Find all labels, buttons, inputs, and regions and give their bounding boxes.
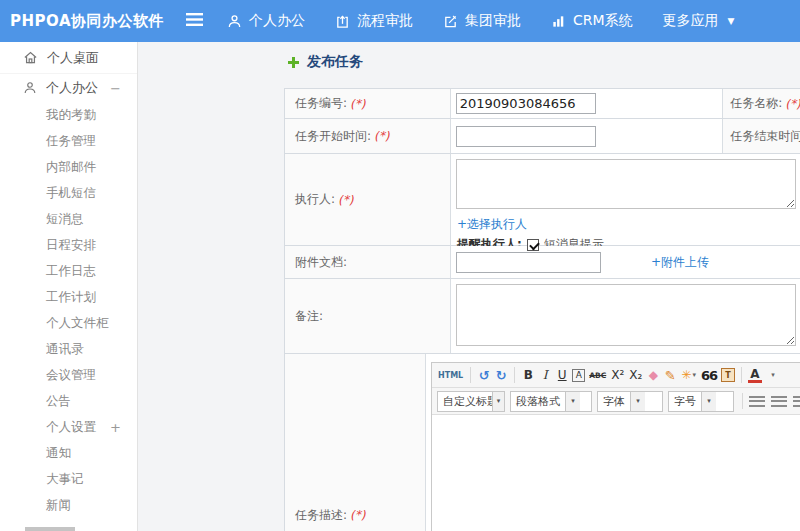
paste-text-icon[interactable]: T bbox=[721, 368, 735, 382]
description-editor-cell: HTML ↺ ↻ B I U A ABC X² X₂ ◆ bbox=[426, 354, 800, 531]
sidebar-item-label: 工作计划 bbox=[46, 289, 96, 306]
sidebar-item-label: 日程安排 bbox=[46, 237, 96, 254]
sidebar-item-news[interactable]: 新闻 bbox=[0, 492, 137, 518]
toolbar-separator bbox=[741, 367, 742, 383]
format-brush-icon[interactable]: ✎ bbox=[663, 366, 677, 384]
sidebar-item-work-log[interactable]: 工作日志 bbox=[0, 258, 137, 284]
executor-textarea[interactable] bbox=[456, 159, 796, 209]
sidebar-item-personal-settings[interactable]: 个人设置 + bbox=[0, 414, 137, 440]
font-size-dropdown[interactable]: 字号 ▾ bbox=[668, 391, 734, 412]
nav-item-process-approval[interactable]: 流程审批 bbox=[335, 12, 413, 30]
align-center-icon[interactable] bbox=[771, 396, 787, 407]
sidebar-item-file-cabinet[interactable]: 个人文件柜 bbox=[0, 310, 137, 336]
align-right-icon[interactable] bbox=[793, 396, 800, 407]
form-row-executor: 执行人:(*) +选择执行人 提醒执行人: 短消息提示 bbox=[285, 154, 800, 246]
strikethrough-icon[interactable]: ABC bbox=[588, 366, 607, 384]
start-time-input[interactable] bbox=[456, 126, 596, 147]
subscript-icon[interactable]: X₂ bbox=[628, 366, 643, 384]
hamburger-icon bbox=[186, 13, 203, 26]
align-left-icon[interactable] bbox=[749, 396, 765, 407]
user-icon bbox=[23, 81, 37, 95]
attachment-label: 附件文档: bbox=[285, 246, 451, 278]
collapse-minus-icon[interactable]: − bbox=[110, 81, 121, 96]
description-label: 任务描述:(*) bbox=[295, 507, 365, 524]
source-code-button[interactable]: HTML bbox=[437, 366, 464, 384]
custom-title-dropdown[interactable]: 自定义标题 ▾ bbox=[437, 391, 505, 412]
sidebar-item-schedule[interactable]: 日程安排 bbox=[0, 232, 137, 258]
sidebar-item-notification[interactable]: 通知 bbox=[0, 440, 137, 466]
sidebar-item-label: 内部邮件 bbox=[46, 159, 96, 176]
form-row-task-no: 任务编号:(*) 任务名称:(*) bbox=[285, 89, 800, 119]
bold-icon[interactable]: B bbox=[521, 366, 535, 384]
sidebar-item-task-management[interactable]: 任务管理 bbox=[0, 128, 137, 154]
font-family-dropdown[interactable]: 字体 ▾ bbox=[597, 391, 663, 412]
user-icon bbox=[227, 14, 242, 29]
toolbar-separator bbox=[514, 367, 515, 383]
nav-item-crm[interactable]: CRM系统 bbox=[551, 12, 633, 30]
sidebar-item-internal-mail[interactable]: 内部邮件 bbox=[0, 154, 137, 180]
sidebar-item-label: 任务管理 bbox=[46, 133, 96, 150]
sidebar-item-label: 大事记 bbox=[46, 471, 84, 488]
form-row-time: 任务开始时间:(*) 任务结束时间:(*) bbox=[285, 119, 800, 154]
sidebar-item-work-plan[interactable]: 工作计划 bbox=[0, 284, 137, 310]
sidebar-item-events[interactable]: 大事记 bbox=[0, 466, 137, 492]
sidebar-item-attendance[interactable]: 我的考勤 bbox=[0, 102, 137, 128]
superscript-icon[interactable]: X² bbox=[610, 366, 625, 384]
app-window: PHPOA协同办公软件 个人办公 流程审批 bbox=[0, 0, 800, 531]
eraser-icon[interactable]: ◆ bbox=[646, 366, 660, 384]
sidebar-item-announcement[interactable]: 公告 bbox=[0, 388, 137, 414]
blockquote-icon[interactable]: 66 bbox=[700, 366, 718, 384]
sidebar-item-short-message[interactable]: 短消息 bbox=[0, 206, 137, 232]
paragraph-format-dropdown[interactable]: 段落格式 ▾ bbox=[510, 391, 592, 412]
sidebar-item-label: 个人桌面 bbox=[47, 49, 99, 67]
clipped-item-text bbox=[25, 527, 75, 531]
auto-typeset-icon[interactable]: ✳▾ bbox=[680, 366, 697, 384]
end-time-label: 任务结束时间:(*) bbox=[722, 119, 800, 153]
sidebar-item-desktop[interactable]: 个人桌面 bbox=[0, 42, 137, 74]
sidebar-item-partial[interactable] bbox=[0, 518, 137, 531]
sidebar-toggle-button[interactable] bbox=[178, 9, 211, 33]
process-approval-icon bbox=[335, 14, 350, 29]
task-no-input[interactable] bbox=[456, 93, 596, 114]
italic-icon[interactable]: I bbox=[538, 366, 552, 384]
remark-textarea[interactable] bbox=[456, 284, 796, 346]
expand-plus-icon[interactable]: + bbox=[110, 420, 121, 435]
sidebar-item-label: 个人设置 bbox=[46, 419, 96, 436]
undo-icon[interactable]: ↺ bbox=[477, 366, 491, 384]
editor-toolbar-row2: 自定义标题 ▾ 段落格式 ▾ 字体 ▾ bbox=[432, 388, 800, 415]
editor-content-area[interactable] bbox=[432, 415, 800, 531]
home-icon bbox=[23, 50, 38, 65]
topnav: PHPOA协同办公软件 个人办公 流程审批 bbox=[0, 0, 800, 42]
sms-remind-checkbox[interactable] bbox=[527, 239, 539, 251]
nav-item-personal-office[interactable]: 个人办公 bbox=[227, 12, 305, 30]
redo-icon[interactable]: ↻ bbox=[494, 366, 508, 384]
task-no-field-cell bbox=[451, 89, 723, 118]
app-logo: PHPOA协同办公软件 bbox=[0, 12, 178, 31]
nav-item-group-approval[interactable]: 集团审批 bbox=[443, 12, 521, 30]
sidebar-item-personal-office[interactable]: 个人办公 − bbox=[0, 74, 137, 102]
caret-down-icon: ▼ bbox=[728, 16, 735, 26]
font-border-icon[interactable]: A bbox=[572, 369, 585, 382]
nav-item-more-apps[interactable]: 更多应用 ▼ bbox=[663, 12, 735, 30]
sidebar-item-sms[interactable]: 手机短信 bbox=[0, 180, 137, 206]
sidebar-item-label: 新闻 bbox=[46, 497, 71, 514]
font-color-caret-icon[interactable]: ▾ bbox=[766, 366, 780, 384]
choose-executor-link[interactable]: +选择执行人 bbox=[457, 217, 527, 231]
group-approval-icon bbox=[443, 14, 458, 29]
sidebar-item-contacts[interactable]: 通讯录 bbox=[0, 336, 137, 362]
attachment-upload-link[interactable]: +附件上传 bbox=[651, 254, 709, 271]
sidebar-item-label: 公告 bbox=[46, 393, 71, 410]
chevron-down-icon: ▾ bbox=[565, 392, 580, 411]
chevron-down-icon: ▾ bbox=[492, 392, 504, 411]
description-label-cell: 任务描述:(*) bbox=[285, 354, 426, 531]
font-color-icon[interactable]: A bbox=[748, 368, 762, 383]
task-name-label: 任务名称:(*) bbox=[722, 89, 800, 118]
underline-icon[interactable]: U bbox=[555, 366, 569, 384]
nav-item-label: 更多应用 bbox=[663, 12, 719, 30]
attachment-input[interactable] bbox=[456, 252, 601, 273]
executor-field-cell: +选择执行人 提醒执行人: 短消息提示 bbox=[451, 154, 800, 245]
chevron-down-icon: ▾ bbox=[701, 392, 716, 411]
nav-item-label: 个人办公 bbox=[249, 12, 305, 30]
sidebar-item-meeting[interactable]: 会议管理 bbox=[0, 362, 137, 388]
page-title-text: 发布任务 bbox=[307, 53, 363, 71]
